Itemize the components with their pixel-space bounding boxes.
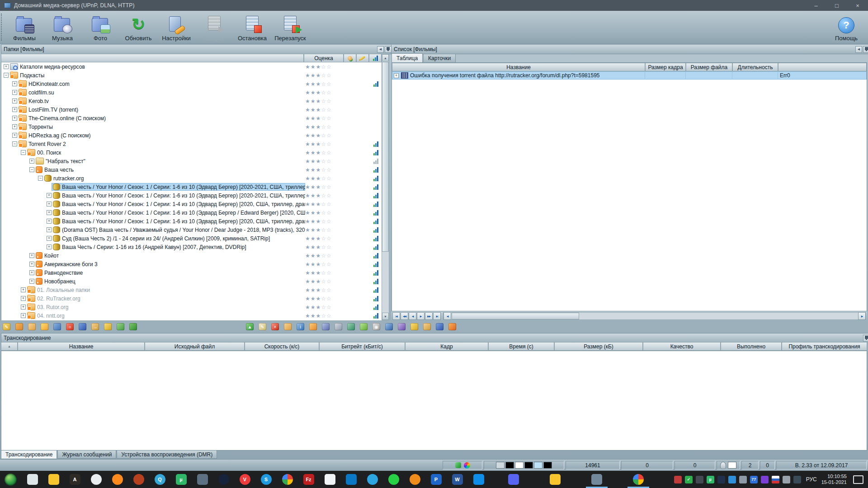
expander-plus-icon[interactable]: + xyxy=(12,90,17,95)
qbittorrent-button[interactable]: Q xyxy=(149,471,170,488)
transcode-column-7[interactable]: Размер (кБ) xyxy=(554,342,643,351)
tray-discord-icon[interactable] xyxy=(696,476,703,483)
help-button[interactable]: ? Помощь xyxy=(827,11,865,43)
expander-plus-icon[interactable]: + xyxy=(47,227,52,232)
rating-stars[interactable]: ★★★☆☆ xyxy=(305,124,344,130)
музыка-button[interactable]: Музыка xyxy=(43,11,81,43)
tree-row[interactable]: +04. nntt.org★★★☆☆ xyxy=(1,311,382,320)
tree-row-main[interactable]: Torrent Rover 2 xyxy=(17,140,305,148)
tree-row-main[interactable]: Американские боги 3 xyxy=(34,260,305,268)
expander-plus-icon[interactable]: + xyxy=(47,219,52,224)
utorrent-button[interactable]: µ xyxy=(170,471,192,488)
tree-scrollbar-thumb[interactable] xyxy=(382,62,389,252)
paint-p-button[interactable]: P xyxy=(425,471,447,488)
expander-plus-icon[interactable]: + xyxy=(21,296,26,301)
chart-icon[interactable] xyxy=(347,323,355,330)
expander-plus-icon[interactable]: + xyxy=(29,159,34,164)
chat-app-button[interactable] xyxy=(319,471,340,488)
transcode-column-1[interactable]: Название xyxy=(18,342,145,351)
tree-row[interactable]: +Суд (Ваша Честь 2) /1 - 24 серии из 24/… xyxy=(1,234,382,243)
refresh-up-icon[interactable]: ▲ xyxy=(246,323,254,330)
tree-row[interactable]: +03. Rutor.org★★★☆☆ xyxy=(1,303,382,311)
tree-row-main[interactable]: 01. Локальные папки xyxy=(26,286,305,294)
tree-row-main[interactable]: Ваша Честь / Серии: 1-16 из 16 (Андрей К… xyxy=(52,243,305,251)
обновить-button[interactable]: ↻Обновить xyxy=(119,11,157,43)
expander-plus-icon[interactable]: + xyxy=(21,305,26,310)
list-column-extra[interactable] xyxy=(778,63,867,71)
фото-button[interactable]: Фото xyxy=(81,11,119,43)
nav-next-icon[interactable]: ▶ xyxy=(417,312,425,320)
app-orange-button[interactable] xyxy=(404,471,425,488)
folder-import-icon[interactable]: → xyxy=(91,323,99,330)
preview-icon[interactable] xyxy=(398,323,406,330)
tab-таблица[interactable]: Таблица xyxy=(392,53,423,62)
hms-logo-icon[interactable] xyxy=(448,323,456,330)
rating-stars[interactable]: ★★★☆☆ xyxy=(305,89,344,96)
stream-icon[interactable]: ◉ xyxy=(373,323,380,330)
rating-stars[interactable]: ★★★☆☆ xyxy=(305,115,344,122)
tree-scrollbar[interactable]: ▲ ▼ xyxy=(382,54,389,320)
list-column-2[interactable]: Размер кадра xyxy=(645,63,686,71)
scroll-down-icon[interactable]: ▼ xyxy=(382,313,389,320)
rating-stars[interactable]: ★★★☆☆ xyxy=(305,244,344,250)
transcode-column-9[interactable]: Выполнено xyxy=(721,342,782,351)
launcher-a-button[interactable]: A xyxy=(64,471,85,488)
collapse-left-icon[interactable]: ◀ xyxy=(377,46,384,53)
expander-plus-icon[interactable]: + xyxy=(47,202,52,206)
expander-minus-icon[interactable]: − xyxy=(21,150,26,155)
rating-stars[interactable]: ★★★☆☆ xyxy=(305,210,344,216)
rating-stars[interactable]: ★★★☆☆ xyxy=(305,227,344,233)
pin-transcoding-icon[interactable] xyxy=(863,335,868,342)
остановка-button[interactable]: Остановка xyxy=(233,11,271,43)
media-info-icon[interactable] xyxy=(322,323,330,330)
tree-row-main[interactable]: Торренты xyxy=(17,123,305,131)
word-button[interactable]: W xyxy=(447,471,468,488)
expander-plus-icon[interactable]: + xyxy=(12,99,17,103)
expander-plus-icon[interactable]: + xyxy=(4,64,9,69)
tree-row[interactable]: +Ваша Честь / Серии: 1-16 из 16 (Андрей … xyxy=(1,243,382,251)
настройки-button[interactable]: Настройки xyxy=(157,11,195,43)
folder-scan-icon[interactable] xyxy=(423,323,431,330)
bottom-tab[interactable]: Транскодирование xyxy=(1,450,57,459)
tree-row-main[interactable]: 00. Поиск xyxy=(26,149,305,156)
rating-stars[interactable]: ★★★☆☆ xyxy=(305,253,344,259)
tree-row[interactable]: +HDRezka.ag (С поиском)★★★☆☆ xyxy=(1,131,382,140)
close-button[interactable]: × xyxy=(847,0,868,11)
tools-icon[interactable] xyxy=(335,323,342,330)
tree-row[interactable]: −Подкасты★★★☆☆ xyxy=(1,71,382,80)
nav-prev-fast-icon[interactable]: ◀◀ xyxy=(401,312,408,320)
rating-stars[interactable]: ★★★☆☆ xyxy=(305,313,344,319)
browser-dark-button[interactable] xyxy=(128,471,149,488)
user-permissions-icon[interactable] xyxy=(117,323,124,330)
transcode-column-3[interactable]: Скорость (к/с) xyxy=(245,342,319,351)
nav-prev-icon[interactable]: ◀ xyxy=(409,312,416,320)
scroll-left-icon[interactable]: ◀ xyxy=(443,312,451,320)
taskbar-clock[interactable]: 10:10:55 15-01-2021 xyxy=(821,474,847,485)
chrome-button[interactable] xyxy=(277,471,298,488)
tree-row-main[interactable]: Ваша честь / Your Honor / Сезон: 1 / Сер… xyxy=(52,200,305,208)
tree-row[interactable]: +coldfilm.su★★★☆☆ xyxy=(1,88,382,97)
фильмы-button[interactable]: Фильмы xyxy=(5,11,43,43)
tree-row-main[interactable]: (Dorama OST) Ваша честь / Уважаемый судь… xyxy=(52,226,305,234)
rating-stars[interactable]: ★★★☆☆ xyxy=(305,167,344,173)
expander-plus-icon[interactable]: + xyxy=(12,81,17,86)
explorer-window-button[interactable] xyxy=(534,471,576,488)
nav-last-icon[interactable]: ▶| xyxy=(433,312,441,320)
tree-row-main[interactable]: HDKinoteatr.com xyxy=(17,80,305,88)
transcode-sort-cell[interactable]: ▲ xyxy=(1,342,18,351)
tray-display-icon[interactable] xyxy=(793,476,801,483)
expander-plus-icon[interactable]: + xyxy=(47,236,52,241)
wolf-app-button[interactable] xyxy=(85,471,107,488)
rating-column-header[interactable]: Оценка xyxy=(304,54,344,62)
tree-row[interactable]: Ваша честь / Your Honor / Сезон: 1 / Сер… xyxy=(1,183,382,191)
tree-row[interactable]: +LostFilm.TV (torrent)★★★☆☆ xyxy=(1,105,382,114)
weather-icon[interactable] xyxy=(41,323,48,330)
delete-item-icon[interactable]: × xyxy=(271,323,279,330)
rating-stars[interactable]: ★★★☆☆ xyxy=(305,218,344,225)
tree-name-column[interactable] xyxy=(1,54,304,62)
tree-row-main[interactable]: LostFilm.TV (torrent) xyxy=(17,106,305,113)
rating-stars[interactable]: ★★★☆☆ xyxy=(305,270,344,276)
tray-steam-icon[interactable] xyxy=(717,476,725,483)
tree-row[interactable]: −rutracker.org★★★☆☆ xyxy=(1,174,382,183)
palm-icon[interactable] xyxy=(129,323,137,330)
